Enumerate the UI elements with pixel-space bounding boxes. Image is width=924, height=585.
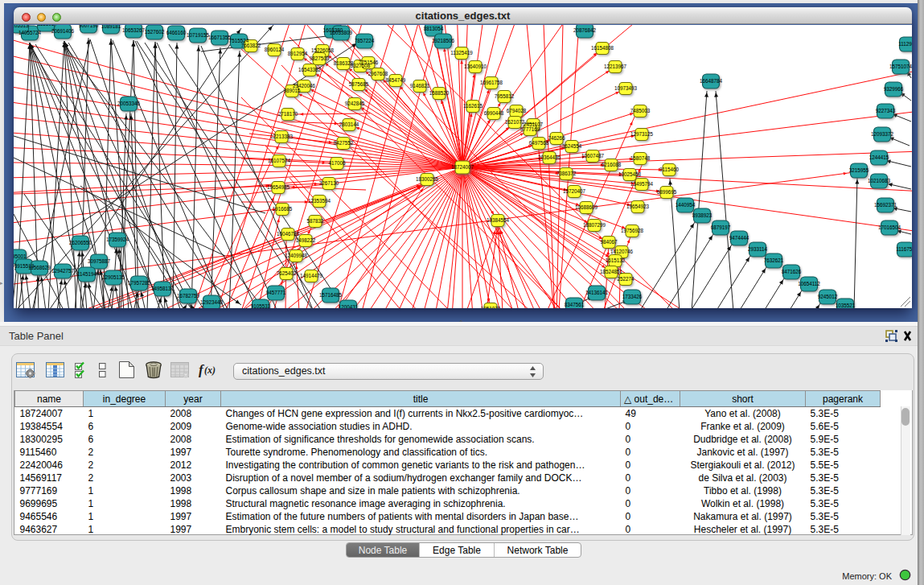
svg-text:1527602: 1527602 xyxy=(145,29,165,35)
svg-text:2933114: 2933114 xyxy=(748,246,768,252)
svg-text:14055724: 14055724 xyxy=(18,30,42,35)
svg-text:10210683: 10210683 xyxy=(868,178,891,183)
svg-text:16648784: 16648784 xyxy=(700,78,723,84)
svg-text:995001: 995001 xyxy=(14,253,27,259)
svg-text:9007190: 9007190 xyxy=(79,25,99,28)
svg-text:15716485: 15716485 xyxy=(319,292,343,298)
svg-text:18524851: 18524851 xyxy=(600,269,623,274)
svg-text:8912954: 8912954 xyxy=(288,51,308,56)
svg-text:8454749: 8454749 xyxy=(386,77,406,83)
svg-text:9827503: 9827503 xyxy=(310,56,330,61)
svg-text:1035521: 1035521 xyxy=(836,303,856,308)
svg-text:20691406: 20691406 xyxy=(51,28,75,34)
svg-text:12093372: 12093372 xyxy=(871,131,894,137)
svg-text:8813054: 8813054 xyxy=(424,26,444,31)
svg-text:9227343: 9227343 xyxy=(876,108,896,113)
svg-text:10688609: 10688609 xyxy=(575,204,598,210)
svg-text:989015: 989015 xyxy=(283,88,301,93)
svg-text:1580748: 1580748 xyxy=(630,155,651,161)
svg-text:20876842: 20876842 xyxy=(573,27,597,33)
svg-text:13640910: 13640910 xyxy=(464,64,487,69)
svg-text:1112969: 1112969 xyxy=(898,41,912,47)
svg-text:16033809: 16033809 xyxy=(330,30,353,35)
svg-text:15692371: 15692371 xyxy=(874,202,897,208)
svg-text:12905135: 12905135 xyxy=(102,274,125,280)
svg-text:19384554: 19384554 xyxy=(487,217,510,223)
svg-text:2967608: 2967608 xyxy=(368,71,388,76)
svg-text:10607487: 10607487 xyxy=(581,153,605,159)
svg-text:16543362: 16543362 xyxy=(298,67,322,72)
svg-text:587832: 587832 xyxy=(306,218,324,224)
svg-text:12923448: 12923448 xyxy=(200,299,224,305)
svg-text:7632621: 7632621 xyxy=(764,257,784,263)
svg-text:14914479: 14914479 xyxy=(300,273,323,278)
svg-text:13495794: 13495794 xyxy=(630,181,654,187)
svg-text:6879197: 6879197 xyxy=(711,225,731,230)
svg-text:14120746: 14120746 xyxy=(610,249,634,254)
svg-text:10654112: 10654112 xyxy=(798,281,820,286)
svg-text:9457771: 9457771 xyxy=(266,290,286,295)
svg-text:8427552: 8427552 xyxy=(334,140,354,146)
svg-text:14136141: 14136141 xyxy=(585,290,609,295)
svg-text:9115460: 9115460 xyxy=(659,167,680,172)
svg-text:1588520: 1588520 xyxy=(429,90,450,96)
svg-text:9242845: 9242845 xyxy=(345,101,365,106)
svg-text:252274: 252274 xyxy=(617,276,634,282)
svg-text:8471626: 8471626 xyxy=(782,269,802,274)
svg-text:1145194: 1145194 xyxy=(77,271,97,277)
svg-text:5875685: 5875685 xyxy=(349,81,369,87)
svg-text:12353594: 12353594 xyxy=(308,198,331,204)
svg-text:20364436: 20364436 xyxy=(538,154,561,160)
svg-text:746266: 746266 xyxy=(548,135,565,141)
svg-text:16961758: 16961758 xyxy=(480,80,503,85)
svg-text:1440954: 1440954 xyxy=(676,202,696,208)
svg-text:1200431: 1200431 xyxy=(339,304,359,308)
svg-text:18724007: 18724007 xyxy=(451,164,474,170)
svg-text:9146821: 9146821 xyxy=(410,83,430,89)
svg-text:19218506: 19218506 xyxy=(432,38,455,43)
svg-text:6497568: 6497568 xyxy=(529,140,549,146)
svg-text:1116753: 1116753 xyxy=(896,246,912,252)
svg-text:7751546: 7751546 xyxy=(359,60,379,65)
svg-text:2803144: 2803144 xyxy=(339,122,359,127)
svg-text:6216088: 6216088 xyxy=(602,162,622,167)
svg-text:1089181: 1089181 xyxy=(101,25,121,29)
svg-text:9105533: 9105533 xyxy=(251,303,271,308)
svg-text:12942757: 12942757 xyxy=(51,268,75,274)
svg-text:417006: 417006 xyxy=(328,160,346,166)
svg-text:15720407: 15720407 xyxy=(563,188,586,194)
svg-text:6899695: 6899695 xyxy=(657,189,677,195)
svg-text:17957285: 17957285 xyxy=(128,280,151,286)
svg-text:18807299: 18807299 xyxy=(583,222,606,228)
svg-text:12973125: 12973125 xyxy=(630,131,654,137)
svg-text:6990448: 6990448 xyxy=(484,110,504,116)
svg-text:20053346: 20053346 xyxy=(117,101,141,106)
svg-text:7663822: 7663822 xyxy=(241,43,261,48)
svg-text:15226058: 15226058 xyxy=(311,47,335,53)
svg-text:1951078: 1951078 xyxy=(481,306,501,308)
svg-text:11568629: 11568629 xyxy=(28,265,51,270)
svg-text:7625402: 7625402 xyxy=(277,270,297,276)
svg-text:8938923: 8938923 xyxy=(692,212,713,218)
svg-text:16107574: 16107574 xyxy=(268,158,291,163)
svg-text:15751074: 15751074 xyxy=(889,64,912,69)
svg-text:8347561: 8347561 xyxy=(565,302,585,307)
svg-text:118106: 118106 xyxy=(38,25,55,27)
svg-text:17016504: 17016504 xyxy=(878,225,901,230)
svg-text:9329966: 9329966 xyxy=(884,86,904,92)
svg-text:16782759: 16782759 xyxy=(177,293,200,299)
svg-text:19654923: 19654923 xyxy=(626,204,650,209)
svg-text:9245012: 9245012 xyxy=(818,294,838,299)
svg-text:10653267: 10653267 xyxy=(122,27,146,33)
svg-text:16671355: 16671355 xyxy=(208,35,232,40)
svg-text:8960124: 8960124 xyxy=(265,47,285,52)
svg-text:17359924: 17359924 xyxy=(106,237,129,242)
svg-text:1498222: 1498222 xyxy=(296,237,316,243)
svg-text:12213383: 12213383 xyxy=(270,134,294,139)
svg-text:18300295: 18300295 xyxy=(416,176,439,182)
svg-text:7485003: 7485003 xyxy=(630,108,651,113)
svg-text:6466160: 6466160 xyxy=(166,30,187,35)
svg-text:10973493: 10973493 xyxy=(614,85,638,91)
svg-text:19654985: 19654985 xyxy=(267,184,290,190)
svg-text:1916685: 1916685 xyxy=(273,206,293,212)
